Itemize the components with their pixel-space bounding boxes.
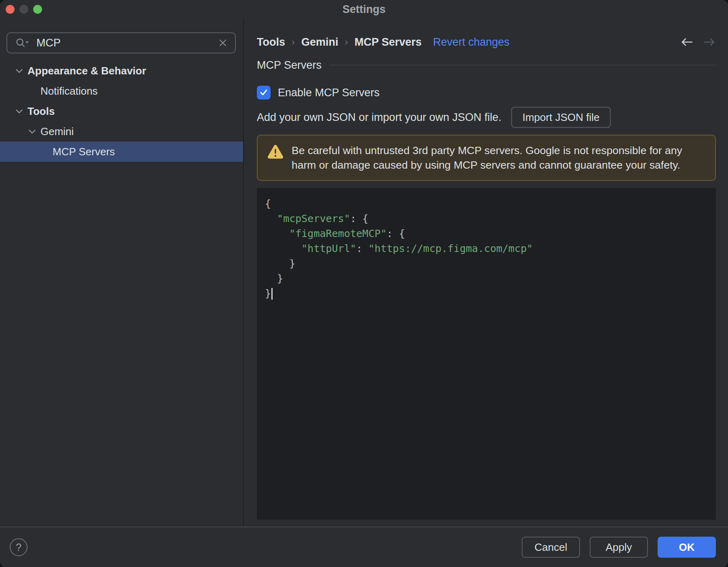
settings-window: Settings MCP — [0, 0, 728, 567]
json-editor-code[interactable]: { "mcpServers": { "figmaRemoteMCP": { "h… — [265, 196, 716, 301]
apply-button[interactable]: Apply — [590, 537, 648, 558]
sidebar-item-tools[interactable]: Tools — [0, 101, 243, 121]
warning-text: Be careful with untrusted 3rd party MCP … — [292, 143, 705, 172]
title-bar: Settings — [0, 0, 728, 19]
help-button[interactable]: ? — [10, 538, 28, 556]
chevron-down-icon[interactable] — [15, 69, 23, 73]
close-window-button[interactable] — [6, 5, 15, 14]
enable-mcp-row: Enable MCP Servers — [257, 83, 716, 103]
section-divider — [330, 65, 716, 66]
back-arrow-icon[interactable] — [680, 37, 694, 47]
section-title: MCP Servers — [257, 59, 322, 72]
footer-bar: ? Cancel Apply OK — [0, 527, 728, 567]
cancel-button[interactable]: Cancel — [522, 537, 580, 558]
breadcrumb-gemini[interactable]: Gemini — [301, 36, 339, 49]
sidebar-item-label: Tools — [28, 105, 55, 118]
enable-mcp-checkbox[interactable] — [257, 86, 271, 99]
section-header: MCP Servers — [257, 58, 716, 72]
help-question-icon: ? — [16, 541, 21, 554]
breadcrumb-mcp-servers: MCP Servers — [355, 36, 422, 49]
forward-arrow-icon — [702, 37, 716, 47]
warning-banner: Be careful with untrusted 3rd party MCP … — [257, 135, 716, 181]
import-json-text: Add your own JSON or import your own JSO… — [257, 111, 502, 124]
breadcrumb-separator: › — [345, 36, 348, 48]
sidebar-item-mcp-servers[interactable]: MCP Servers — [0, 142, 243, 162]
main-area: MCP Appearance & Behavior Notificatio — [0, 19, 728, 527]
text-caret — [271, 288, 273, 300]
search-value[interactable]: MCP — [36, 37, 218, 49]
import-json-row: Add your own JSON or import your own JSO… — [257, 107, 716, 128]
zoom-window-button[interactable] — [33, 5, 42, 14]
warning-icon — [267, 144, 284, 159]
json-editor[interactable]: { "mcpServers": { "figmaRemoteMCP": { "h… — [257, 188, 716, 520]
revert-changes-link[interactable]: Revert changes — [433, 36, 510, 49]
sidebar-item-label: Notifications — [40, 85, 98, 97]
sidebar-item-gemini[interactable]: Gemini — [0, 121, 243, 142]
enable-mcp-label[interactable]: Enable MCP Servers — [278, 87, 380, 99]
settings-tree: Appearance & Behavior Notifications Tool… — [0, 61, 243, 162]
minimize-window-button — [19, 5, 28, 14]
chevron-down-icon[interactable] — [28, 129, 36, 134]
breadcrumb: Tools › Gemini › MCP Servers Revert chan… — [257, 35, 716, 49]
chevron-down-icon[interactable] — [15, 109, 23, 114]
breadcrumb-separator: › — [292, 36, 295, 48]
clear-search-icon[interactable] — [218, 38, 228, 48]
sidebar-item-appearance-behavior[interactable]: Appearance & Behavior — [0, 61, 243, 81]
breadcrumb-tools[interactable]: Tools — [257, 36, 285, 49]
sidebar-item-label: MCP Servers — [53, 146, 115, 158]
search-icon[interactable] — [15, 38, 30, 48]
import-json-file-button[interactable]: Import JSON file — [511, 107, 611, 128]
sidebar-item-label: Gemini — [40, 125, 74, 138]
ok-button[interactable]: OK — [658, 537, 716, 558]
traffic-lights — [6, 5, 42, 14]
sidebar-item-notifications[interactable]: Notifications — [0, 81, 243, 101]
search-input[interactable]: MCP — [6, 32, 236, 53]
settings-sidebar: MCP Appearance & Behavior Notificatio — [0, 19, 244, 527]
window-title: Settings — [343, 3, 386, 16]
settings-content: Tools › Gemini › MCP Servers Revert chan… — [244, 19, 728, 527]
sidebar-item-label: Appearance & Behavior — [28, 65, 146, 77]
